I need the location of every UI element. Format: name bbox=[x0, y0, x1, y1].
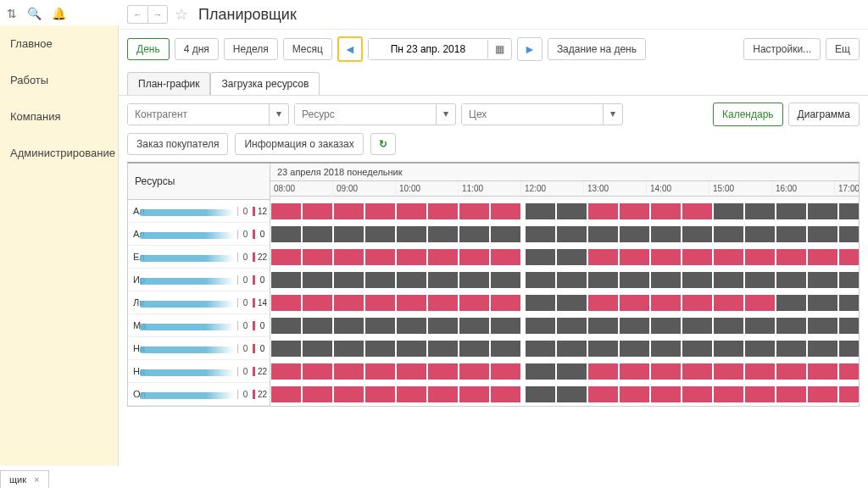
contractor-filter[interactable]: ▾ bbox=[127, 103, 289, 125]
time-slot[interactable] bbox=[491, 363, 520, 380]
time-slot[interactable] bbox=[334, 318, 364, 334]
range-week-button[interactable]: Неделя bbox=[224, 38, 278, 60]
shop-input[interactable] bbox=[462, 104, 603, 125]
time-slot[interactable] bbox=[334, 272, 364, 288]
time-slot[interactable] bbox=[459, 203, 489, 219]
chevron-down-icon[interactable]: ▾ bbox=[436, 104, 455, 125]
time-slot[interactable] bbox=[620, 249, 649, 265]
time-slot[interactable] bbox=[334, 363, 364, 380]
customer-order-button[interactable]: Заказ покупателя bbox=[127, 133, 228, 155]
time-slot[interactable] bbox=[682, 249, 712, 265]
time-slot[interactable] bbox=[776, 203, 806, 219]
time-slot[interactable] bbox=[428, 226, 458, 242]
time-slot[interactable] bbox=[714, 249, 743, 265]
time-slot[interactable] bbox=[839, 249, 860, 265]
time-slot[interactable] bbox=[745, 386, 775, 402]
action1-icon[interactable]: ⇅ bbox=[7, 7, 17, 20]
resource-row[interactable]: Ал012 bbox=[128, 200, 270, 223]
time-slot[interactable] bbox=[776, 249, 806, 265]
time-slot[interactable] bbox=[365, 226, 395, 242]
time-slot[interactable] bbox=[776, 295, 806, 311]
time-slot[interactable] bbox=[776, 363, 806, 380]
shop-filter[interactable]: ▾ bbox=[461, 103, 623, 125]
range-4days-button[interactable]: 4 дня bbox=[175, 38, 219, 60]
time-slot[interactable] bbox=[428, 386, 458, 402]
resource-input[interactable] bbox=[295, 104, 436, 125]
time-slot[interactable] bbox=[557, 295, 587, 311]
time-slot[interactable] bbox=[365, 203, 395, 219]
time-slot[interactable] bbox=[714, 272, 743, 288]
time-slot[interactable] bbox=[491, 318, 520, 334]
favorite-icon[interactable]: ☆ bbox=[175, 5, 188, 24]
time-slot[interactable] bbox=[271, 249, 301, 265]
time-slot[interactable] bbox=[620, 272, 649, 288]
time-slot[interactable] bbox=[459, 226, 489, 242]
resource-row[interactable]: Ир00 bbox=[128, 269, 270, 291]
time-slot[interactable] bbox=[491, 249, 520, 265]
time-slot[interactable] bbox=[491, 272, 520, 288]
time-slot[interactable] bbox=[651, 295, 681, 311]
time-slot[interactable] bbox=[714, 363, 743, 380]
time-slot[interactable] bbox=[808, 272, 837, 288]
time-slot[interactable] bbox=[588, 272, 618, 288]
next-date-button[interactable]: ► bbox=[517, 37, 542, 61]
time-slot[interactable] bbox=[491, 295, 520, 311]
tab-load[interactable]: Загрузка ресурсов bbox=[210, 72, 320, 95]
time-slot[interactable] bbox=[745, 272, 775, 288]
time-slot[interactable] bbox=[526, 318, 555, 334]
time-slot[interactable] bbox=[745, 295, 775, 311]
time-slot[interactable] bbox=[459, 363, 489, 380]
time-slot[interactable] bbox=[776, 341, 806, 357]
time-slot[interactable] bbox=[397, 272, 426, 288]
time-slot[interactable] bbox=[334, 341, 364, 357]
time-slot[interactable] bbox=[459, 341, 489, 357]
time-slot[interactable] bbox=[620, 203, 649, 219]
time-slot[interactable] bbox=[303, 249, 332, 265]
resource-row[interactable]: На022 bbox=[128, 360, 270, 383]
time-slot[interactable] bbox=[271, 341, 301, 357]
sidebar-item-works[interactable]: Работы bbox=[0, 62, 118, 98]
time-slot[interactable] bbox=[428, 295, 458, 311]
time-slot[interactable] bbox=[397, 341, 426, 357]
time-slot[interactable] bbox=[491, 203, 520, 219]
resource-row[interactable]: Ал00 bbox=[128, 223, 270, 246]
time-slot[interactable] bbox=[271, 295, 301, 311]
more-button[interactable]: Ещ bbox=[826, 38, 860, 60]
resource-row[interactable]: Ма00 bbox=[128, 314, 270, 337]
time-slot[interactable] bbox=[682, 386, 712, 402]
time-slot[interactable] bbox=[428, 272, 458, 288]
time-slot[interactable] bbox=[365, 341, 395, 357]
time-slot[interactable] bbox=[839, 203, 860, 219]
time-slot[interactable] bbox=[714, 341, 743, 357]
time-slot[interactable] bbox=[839, 318, 860, 334]
time-slot[interactable] bbox=[459, 295, 489, 311]
time-slot[interactable] bbox=[526, 249, 555, 265]
time-slot[interactable] bbox=[651, 363, 681, 380]
time-slot[interactable] bbox=[776, 226, 806, 242]
time-slot[interactable] bbox=[303, 295, 332, 311]
time-slot[interactable] bbox=[808, 226, 837, 242]
time-slot[interactable] bbox=[588, 341, 618, 357]
time-slot[interactable] bbox=[682, 295, 712, 311]
time-slot[interactable] bbox=[839, 226, 860, 242]
time-slot[interactable] bbox=[651, 203, 681, 219]
resource-filter[interactable]: ▾ bbox=[294, 103, 456, 125]
day-task-button[interactable]: Задание на день bbox=[548, 38, 646, 60]
time-slot[interactable] bbox=[808, 203, 837, 219]
time-slot[interactable] bbox=[588, 249, 618, 265]
time-slot[interactable] bbox=[459, 386, 489, 402]
time-slot[interactable] bbox=[557, 318, 587, 334]
time-slot[interactable] bbox=[714, 386, 743, 402]
time-slot[interactable] bbox=[491, 226, 520, 242]
time-slot[interactable] bbox=[303, 363, 332, 380]
range-month-button[interactable]: Месяц bbox=[283, 38, 332, 60]
time-slot[interactable] bbox=[271, 203, 301, 219]
time-slot[interactable] bbox=[714, 318, 743, 334]
time-slot[interactable] bbox=[526, 341, 555, 357]
view-diagram-tab[interactable]: Диаграмма bbox=[788, 103, 860, 126]
time-slot[interactable] bbox=[526, 226, 555, 242]
time-slot[interactable] bbox=[714, 226, 743, 242]
settings-button[interactable]: Настройки... bbox=[743, 38, 821, 60]
chevron-down-icon[interactable]: ▾ bbox=[603, 104, 622, 125]
time-slot[interactable] bbox=[557, 249, 587, 265]
